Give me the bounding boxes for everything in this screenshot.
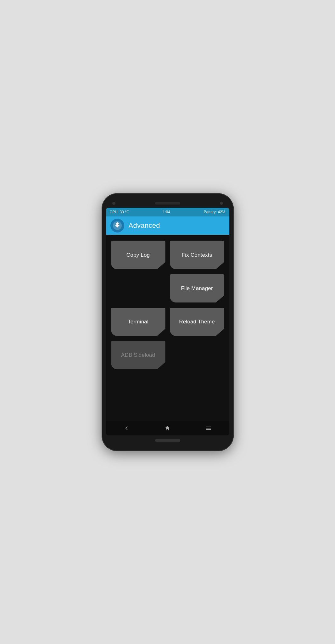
button-row-4: ADB Sideload <box>111 341 224 369</box>
cpu-status: CPU: 30 °C <box>110 210 129 214</box>
adb-sideload-button[interactable]: ADB Sideload <box>111 341 165 369</box>
svg-rect-1 <box>206 427 211 427</box>
button-row-2: File Manager <box>111 274 224 303</box>
home-button[interactable] <box>158 423 177 434</box>
app-bar: Advanced <box>106 216 229 235</box>
phone-device: CPU: 30 °C 1:04 Battery: 42% Advanced Co… <box>102 193 234 451</box>
terminal-button[interactable]: Terminal <box>111 308 165 336</box>
button-row-1: Copy Log Fix Contexts <box>111 241 224 269</box>
back-button[interactable] <box>117 423 136 434</box>
camera-left-icon <box>112 202 115 205</box>
home-icon <box>164 425 170 431</box>
app-logo <box>110 219 124 232</box>
fix-contexts-button[interactable]: Fix Contexts <box>170 241 224 269</box>
nav-bar <box>106 421 229 435</box>
camera-right-icon <box>220 202 223 205</box>
menu-button[interactable] <box>199 423 218 434</box>
status-bar: CPU: 30 °C 1:04 Battery: 42% <box>106 208 229 216</box>
copy-log-button[interactable]: Copy Log <box>111 241 165 269</box>
menu-icon <box>205 425 212 431</box>
svg-rect-2 <box>206 428 211 428</box>
phone-bottom-hardware <box>106 435 229 445</box>
file-manager-button[interactable]: File Manager <box>170 274 224 303</box>
phone-top-hardware <box>106 199 229 208</box>
reload-theme-button[interactable]: Reload Theme <box>170 308 224 336</box>
home-pill <box>155 439 180 442</box>
svg-rect-3 <box>206 429 211 430</box>
app-title: Advanced <box>129 221 160 230</box>
battery-status: Battery: 42% <box>204 210 226 214</box>
main-content: Copy Log Fix Contexts File Manager Termi… <box>106 235 229 421</box>
button-row-3: Terminal Reload Theme <box>111 308 224 336</box>
time-status: 1:04 <box>163 210 170 214</box>
speaker-icon <box>155 202 180 204</box>
back-icon <box>123 425 130 431</box>
phone-screen: CPU: 30 °C 1:04 Battery: 42% Advanced Co… <box>106 208 229 435</box>
